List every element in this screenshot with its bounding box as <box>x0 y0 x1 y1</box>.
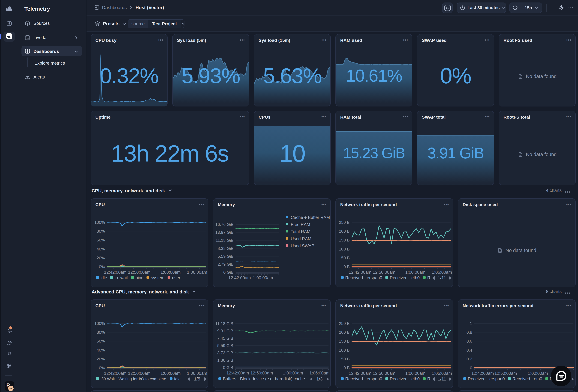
svg-text:1:00:00am: 1:00:00am <box>160 371 181 376</box>
svg-text:12:42:00am: 12:42:00am <box>227 371 249 375</box>
svg-text:1: 1 <box>470 321 472 326</box>
svg-text:12:42:00am: 12:42:00am <box>471 371 494 376</box>
svg-text:13.97 GiB: 13.97 GiB <box>215 230 234 235</box>
svg-text:12:50:00am: 12:50:00am <box>128 270 151 275</box>
svg-text:Received - eth0: Received - eth0 <box>390 275 420 280</box>
svg-text:1/5: 1/5 <box>194 377 200 381</box>
svg-text:12:42:00am: 12:42:00am <box>104 371 127 376</box>
svg-text:1:06:00am: 1:06:00am <box>432 270 452 275</box>
svg-text:5.59 GiB: 5.59 GiB <box>217 343 233 348</box>
svg-text:1:06:00am: 1:06:00am <box>432 371 452 376</box>
svg-text:user: user <box>172 275 180 280</box>
svg-text:100%: 100% <box>95 220 105 225</box>
svg-text:1:00:00am: 1:00:00am <box>405 270 426 275</box>
svg-text:12:50:00am: 12:50:00am <box>128 371 151 376</box>
svg-text:0 B: 0 B <box>343 264 350 269</box>
svg-text:12:50:00am: 12:50:00am <box>494 371 517 376</box>
svg-text:100%: 100% <box>95 321 105 326</box>
svg-text:60%: 60% <box>97 238 105 243</box>
svg-text:1:06:00am: 1:06:00am <box>187 270 207 275</box>
svg-text:1/3: 1/3 <box>316 377 323 381</box>
svg-text:Idle: Idle <box>174 377 181 381</box>
svg-text:1.86 GiB: 1.86 GiB <box>217 358 233 363</box>
svg-text:Received - erspan0: Received - erspan0 <box>345 275 382 280</box>
svg-text:20%: 20% <box>97 255 105 260</box>
svg-text:11.18 GiB: 11.18 GiB <box>216 238 234 243</box>
svg-text:50 B: 50 B <box>341 357 350 361</box>
svg-text:0 GiB: 0 GiB <box>223 365 233 370</box>
svg-text:system: system <box>151 275 165 280</box>
svg-text:1:00:00am: 1:00:00am <box>405 371 426 376</box>
svg-text:0: 0 <box>470 365 472 370</box>
svg-text:Received - eth0: Received - eth0 <box>390 377 420 381</box>
svg-text:I/O Wait - Waiting for I/O to: I/O Wait - Waiting for I/O to complete <box>100 377 166 381</box>
svg-text:200 B: 200 B <box>339 229 350 234</box>
svg-text:80%: 80% <box>97 229 105 234</box>
svg-text:0%: 0% <box>99 264 105 269</box>
svg-text:8.38 GiB: 8.38 GiB <box>218 246 234 251</box>
svg-text:1:00:00am: 1:00:00am <box>253 275 273 280</box>
svg-text:9.31 GiB: 9.31 GiB <box>217 329 233 333</box>
svg-text:200 B: 200 B <box>339 330 350 335</box>
svg-text:150 B: 150 B <box>339 339 350 343</box>
svg-text:Buffers - Block device (e.g. h: Buffers - Block device (e.g. harddisk) c… <box>223 377 305 381</box>
svg-text:Received - erspan0: Received - erspan0 <box>345 377 382 381</box>
svg-text:12:42:00am: 12:42:00am <box>349 371 371 376</box>
svg-text:Free RAM: Free RAM <box>291 222 310 227</box>
svg-text:0 GiB: 0 GiB <box>223 270 234 275</box>
svg-text:Total RAM: Total RAM <box>291 229 310 234</box>
svg-text:100 B: 100 B <box>339 247 350 251</box>
svg-text:0 B: 0 B <box>343 365 350 370</box>
svg-text:nice: nice <box>136 275 144 280</box>
svg-text:150 B: 150 B <box>339 238 350 243</box>
svg-text:1/11: 1/11 <box>438 275 446 280</box>
svg-text:0.8: 0.8 <box>466 330 472 335</box>
svg-text:io_wait: io_wait <box>115 275 128 280</box>
svg-text:Received - erspan0: Received - erspan0 <box>468 377 505 381</box>
svg-text:idle: idle <box>100 275 107 280</box>
svg-text:5.59 GiB: 5.59 GiB <box>218 254 234 259</box>
svg-text:12:42:00am: 12:42:00am <box>228 275 251 280</box>
svg-text:11.18 GiB: 11.18 GiB <box>215 321 233 326</box>
svg-text:R: R <box>427 377 431 381</box>
svg-text:12:50:00am: 12:50:00am <box>373 371 395 376</box>
svg-text:Received - eth0: Received - eth0 <box>512 377 542 381</box>
svg-text:12:50:00am: 12:50:00am <box>250 371 273 375</box>
svg-text:Used RAM: Used RAM <box>291 237 311 241</box>
svg-text:40%: 40% <box>97 247 105 251</box>
svg-text:80%: 80% <box>97 330 105 335</box>
svg-text:1:00:00am: 1:00:00am <box>283 371 303 375</box>
svg-text:40%: 40% <box>97 348 105 352</box>
svg-text:60%: 60% <box>97 339 105 343</box>
svg-text:1/11: 1/11 <box>438 377 446 381</box>
svg-text:Used SWAP: Used SWAP <box>291 244 314 248</box>
svg-text:250 B: 250 B <box>339 220 350 225</box>
svg-text:0.2: 0.2 <box>466 357 472 361</box>
svg-text:0.4: 0.4 <box>466 348 472 352</box>
svg-text:12:42:00am: 12:42:00am <box>104 270 127 275</box>
svg-text:50 B: 50 B <box>341 255 350 260</box>
svg-text:0.6: 0.6 <box>466 339 472 343</box>
svg-text:12:42:00am: 12:42:00am <box>349 270 371 275</box>
svg-text:20%: 20% <box>97 357 105 361</box>
svg-text:100 B: 100 B <box>339 348 350 352</box>
svg-text:1:00:00am: 1:00:00am <box>160 270 181 275</box>
svg-text:1:00:00am: 1:00:00am <box>528 371 548 376</box>
svg-text:1:06:00am: 1:06:00am <box>187 371 207 376</box>
svg-text:Cache + Buffer RAM: Cache + Buffer RAM <box>291 215 330 220</box>
svg-text:3.73 GiB: 3.73 GiB <box>217 350 233 355</box>
svg-text:12:50:00am: 12:50:00am <box>373 270 395 275</box>
svg-text:0%: 0% <box>99 365 105 370</box>
svg-text:2.79 GiB: 2.79 GiB <box>218 262 234 267</box>
svg-text:R: R <box>427 275 431 280</box>
svg-text:250 B: 250 B <box>339 321 350 326</box>
svg-text:1:06:00am: 1:06:00am <box>309 371 330 375</box>
svg-text:16.76 GiB: 16.76 GiB <box>215 222 234 227</box>
svg-text:7.45 GiB: 7.45 GiB <box>217 336 233 341</box>
